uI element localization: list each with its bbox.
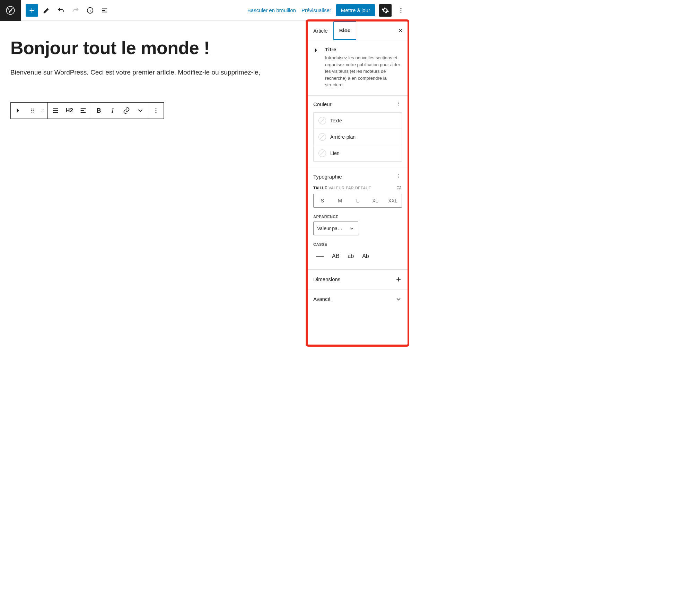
svg-rect-13 (53, 112, 58, 113)
color-options-button[interactable] (396, 101, 402, 108)
size-l[interactable]: L (349, 194, 367, 207)
text-align-button[interactable] (76, 103, 90, 119)
block-type-icon[interactable] (11, 103, 25, 119)
block-toolbar: ︿ ﹀ H2 B I (10, 102, 164, 119)
undo-button[interactable] (55, 4, 67, 17)
size-s[interactable]: S (314, 194, 331, 207)
block-more-options-button[interactable] (149, 103, 163, 119)
typography-options-button[interactable] (396, 173, 402, 181)
close-sidebar-button[interactable] (397, 27, 404, 35)
chevron-down-icon (349, 226, 355, 231)
svg-point-22 (399, 177, 399, 178)
svg-point-15 (156, 110, 157, 111)
more-options-button[interactable] (396, 4, 406, 17)
dimensions-label: Dimensions (313, 276, 340, 282)
size-label: TAILLE VALEUR PAR DÉFAUT (313, 186, 371, 190)
case-capitalize[interactable]: Ab (362, 253, 369, 259)
color-link-label: Lien (330, 150, 339, 156)
add-block-button[interactable] (26, 4, 38, 17)
empty-swatch-icon (318, 117, 326, 124)
more-rich-text-button[interactable] (133, 103, 147, 119)
svg-point-10 (33, 112, 34, 112)
top-toolbar: Basculer en brouillon Prévisualiser Mett… (0, 0, 409, 21)
edit-mode-button[interactable] (40, 4, 53, 17)
details-button[interactable] (84, 4, 96, 17)
color-text-label: Texte (330, 118, 342, 123)
appearance-select[interactable]: Valeur pa… (313, 222, 358, 235)
redo-button[interactable] (69, 4, 82, 17)
case-label: CASSE (313, 242, 402, 246)
update-button[interactable]: Mettre à jour (336, 4, 375, 16)
svg-point-2 (401, 8, 402, 9)
svg-point-14 (156, 108, 157, 109)
advanced-panel-toggle[interactable]: Avancé (308, 289, 408, 309)
heading-icon (313, 46, 320, 88)
move-down-icon[interactable]: ﹀ (39, 111, 47, 114)
letter-case-picker: — AB ab Ab (313, 249, 402, 263)
preview-link[interactable]: Prévisualiser (301, 5, 332, 15)
plus-icon (395, 276, 402, 283)
tab-block[interactable]: Bloc (333, 21, 357, 40)
case-none[interactable]: — (316, 252, 324, 261)
advanced-label: Avancé (313, 296, 331, 302)
size-m[interactable]: M (331, 194, 349, 207)
svg-point-7 (31, 110, 32, 111)
svg-point-5 (31, 109, 32, 109)
bold-button[interactable]: B (92, 103, 106, 119)
svg-rect-12 (53, 110, 58, 111)
switch-to-draft-link[interactable]: Basculer en brouillon (247, 5, 297, 15)
color-text-row[interactable]: Texte (314, 113, 402, 129)
color-background-label: Arrière-plan (330, 134, 356, 140)
size-settings-icon[interactable] (396, 185, 402, 191)
font-size-picker: S M L XL XXL (313, 194, 402, 208)
color-panel: Couleur Texte Arrière-plan Lien (308, 96, 408, 168)
color-list: Texte Arrière-plan Lien (313, 112, 402, 162)
heading-level-button[interactable]: H2 (62, 103, 76, 119)
align-button[interactable] (49, 103, 62, 119)
svg-point-9 (31, 112, 32, 112)
settings-button[interactable] (379, 4, 392, 17)
svg-point-3 (401, 10, 402, 11)
dimensions-panel-toggle[interactable]: Dimensions (308, 270, 408, 289)
block-description-text: Introduisez les nouvelles sections et or… (325, 54, 402, 88)
size-xl[interactable]: XL (366, 194, 384, 207)
block-description: Titre Introduisez les nouvelles sections… (308, 40, 408, 96)
outline-button[interactable] (98, 4, 111, 17)
sidebar-tabs: Article Bloc (308, 21, 408, 40)
color-link-row[interactable]: Lien (314, 145, 402, 161)
case-upper[interactable]: AB (332, 253, 339, 259)
link-button[interactable] (120, 103, 133, 119)
appearance-value: Valeur pa… (317, 226, 342, 231)
move-up-down[interactable]: ︿ ﹀ (39, 103, 47, 119)
tab-article[interactable]: Article (308, 21, 333, 40)
svg-point-6 (33, 109, 34, 109)
svg-point-17 (399, 102, 399, 102)
appearance-label: APPARENCE (313, 215, 402, 219)
svg-point-20 (399, 174, 399, 175)
svg-point-8 (33, 110, 34, 111)
color-heading: Couleur (313, 101, 332, 107)
editor-canvas[interactable]: Bonjour tout le monde ! Bienvenue sur Wo… (0, 21, 306, 347)
size-xxl[interactable]: XXL (384, 194, 402, 207)
drag-handle-icon[interactable] (25, 103, 39, 119)
color-background-row[interactable]: Arrière-plan (314, 129, 402, 145)
svg-point-4 (401, 12, 402, 13)
svg-point-16 (156, 112, 157, 113)
svg-point-18 (399, 103, 399, 104)
toolbar-right: Basculer en brouillon Prévisualiser Mett… (247, 4, 406, 17)
case-lower[interactable]: ab (348, 253, 354, 259)
svg-point-21 (399, 175, 399, 176)
svg-rect-11 (53, 109, 58, 109)
typography-heading: Typographie (313, 174, 342, 180)
italic-button[interactable]: I (106, 103, 120, 119)
post-title[interactable]: Bonjour tout le monde ! (10, 38, 295, 58)
typography-panel: Typographie TAILLE VALEUR PAR DÉFAUT S M… (308, 168, 408, 270)
svg-point-19 (399, 105, 399, 105)
paragraph-block[interactable]: Bienvenue sur WordPress. Ceci est votre … (10, 68, 295, 78)
settings-sidebar: Article Bloc Titre Introduisez les nouve… (306, 19, 409, 347)
chevron-down-icon (395, 296, 402, 303)
empty-swatch-icon (318, 133, 326, 141)
wordpress-logo[interactable] (0, 0, 21, 21)
toolbar-left (0, 0, 111, 21)
editor-body: Bonjour tout le monde ! Bienvenue sur Wo… (0, 21, 409, 347)
